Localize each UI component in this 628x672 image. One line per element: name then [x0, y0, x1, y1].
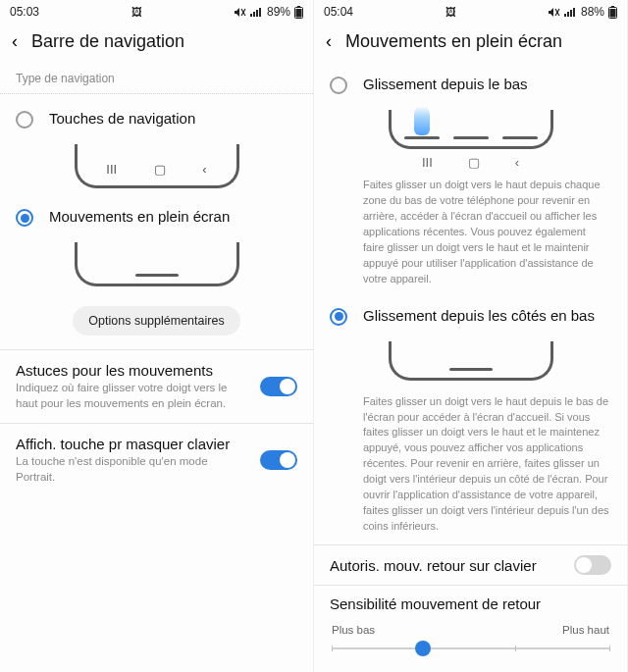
- svg-rect-4: [256, 10, 258, 17]
- home-icon: ▢: [468, 155, 480, 170]
- radio-icon: [16, 111, 33, 129]
- option-fullscreen-gestures[interactable]: Mouvements en plein écran: [0, 198, 313, 231]
- recents-icon: III: [106, 162, 117, 177]
- radio-label: Touches de navigation: [49, 110, 195, 127]
- option-description: Faites glisser un doigt vers le haut dep…: [314, 174, 627, 297]
- screenshot-icon: 🖼: [445, 6, 456, 18]
- radio-icon: [330, 308, 347, 326]
- swipe-up-icon: [414, 106, 430, 135]
- option-description: Faites glisser un doigt vers le haut dep…: [314, 390, 627, 544]
- setting-sub: Indiquez où faire glisser votre doigt ve…: [16, 381, 248, 411]
- slider-thumb[interactable]: [415, 641, 431, 656]
- setting-allow-back-on-keyboard[interactable]: Autoris. mouv. retour sur clavier: [314, 545, 627, 585]
- toggle-switch[interactable]: [260, 450, 297, 470]
- radio-label: Glissement depuis le bas: [363, 76, 528, 92]
- page-title: Barre de navigation: [31, 31, 184, 52]
- section-label: Type de navigation: [0, 66, 313, 94]
- setting-label: Astuces pour les mouvements: [16, 362, 248, 379]
- svg-rect-8: [296, 9, 302, 18]
- option-navigation-buttons[interactable]: Touches de navigation: [0, 100, 313, 132]
- status-bar: 05:04 🖼 88%: [314, 0, 627, 24]
- battery-icon: [608, 6, 617, 19]
- setting-back-sensitivity: Sensibilité mouvement de retour: [314, 586, 627, 616]
- setting-label: Sensibilité mouvement de retour: [330, 595, 600, 612]
- status-time: 05:04: [324, 5, 353, 19]
- svg-rect-3: [253, 12, 255, 17]
- setting-label: Affich. touche pr masquer clavier: [16, 436, 248, 452]
- more-options-button[interactable]: Options supplémentaires: [73, 306, 239, 336]
- slider-high-label: Plus haut: [562, 624, 609, 636]
- preview-nav-buttons: III ▢ ‹: [69, 138, 245, 192]
- preview-swipe-bottom: [383, 104, 559, 153]
- toggle-switch[interactable]: [574, 555, 611, 575]
- header: ‹ Barre de navigation: [0, 24, 313, 66]
- sensitivity-slider[interactable]: Plus bas Plus haut: [314, 616, 627, 657]
- header: ‹ Mouvements en plein écran: [314, 24, 627, 66]
- signal-icon: [250, 7, 263, 17]
- back-icon[interactable]: ‹: [12, 31, 18, 52]
- back-nav-icon: ‹: [515, 155, 519, 170]
- svg-rect-11: [564, 14, 566, 17]
- recents-icon: III: [422, 155, 433, 170]
- nav-icons-legend: III ▢ ‹: [314, 153, 627, 174]
- back-icon[interactable]: ‹: [326, 31, 332, 52]
- svg-rect-2: [250, 14, 252, 17]
- svg-rect-5: [259, 8, 261, 17]
- toggle-switch[interactable]: [260, 377, 297, 396]
- svg-rect-14: [573, 8, 575, 17]
- battery-pct: 88%: [581, 5, 604, 19]
- page-title: Mouvements en plein écran: [345, 31, 562, 52]
- setting-show-hide-keyboard-button[interactable]: Affich. touche pr masquer clavier La tou…: [0, 424, 313, 496]
- svg-rect-12: [567, 12, 569, 17]
- svg-rect-17: [610, 9, 616, 18]
- home-icon: ▢: [154, 162, 166, 177]
- screen-fullscreen-gestures: 05:04 🖼 88% ‹ Mouvements en plein écran …: [314, 0, 628, 672]
- radio-label: Mouvements en plein écran: [49, 208, 230, 225]
- slider-low-label: Plus bas: [332, 624, 375, 636]
- slider-track[interactable]: [332, 640, 609, 657]
- battery-pct: 89%: [267, 5, 290, 19]
- setting-label: Autoris. mouv. retour sur clavier: [330, 557, 562, 574]
- preview-gestures: [69, 236, 245, 290]
- preview-swipe-sides: [383, 336, 559, 385]
- signal-icon: [564, 7, 577, 17]
- battery-icon: [294, 6, 303, 19]
- status-bar: 05:03 🖼 89%: [0, 0, 313, 24]
- radio-icon: [16, 209, 33, 227]
- mute-icon: [234, 7, 246, 18]
- setting-sub: La touche n'est disponible qu'en mode Po…: [16, 454, 248, 485]
- screen-navigation-bar: 05:03 🖼 89% ‹ Barre de navigation Type d…: [0, 0, 314, 672]
- status-time: 05:03: [10, 5, 39, 19]
- mute-icon: [548, 7, 560, 18]
- setting-gesture-hints[interactable]: Astuces pour les mouvements Indiquez où …: [0, 350, 313, 423]
- option-swipe-from-bottom[interactable]: Glissement depuis le bas: [314, 66, 627, 98]
- back-nav-icon: ‹: [202, 162, 206, 177]
- screenshot-icon: 🖼: [131, 6, 142, 18]
- radio-label: Glissement depuis les côtés en bas: [363, 307, 595, 324]
- svg-rect-13: [570, 10, 572, 17]
- option-swipe-sides-bottom[interactable]: Glissement depuis les côtés en bas: [314, 297, 627, 330]
- radio-icon: [330, 77, 347, 94]
